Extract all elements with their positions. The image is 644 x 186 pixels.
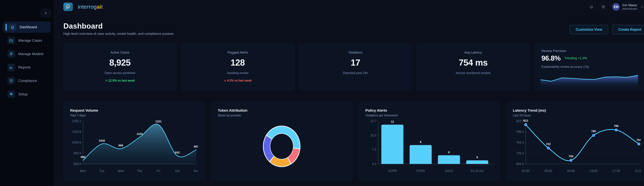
customize-view-button[interactable]: Customize View — [570, 25, 608, 34]
stat-card-active-cases: Active Cases 8,925 Open across portfolio… — [63, 43, 176, 90]
stat-label: Review Precision — [542, 49, 641, 53]
chart-subtitle: Violations per framework — [366, 114, 493, 117]
sidebar-item-manage-cases[interactable]: Manage Cases — [3, 35, 50, 46]
svg-text:05:00: 05:00 — [544, 169, 552, 172]
sidebar-item-compliance[interactable]: Compliance — [3, 75, 50, 86]
svg-text:Mon: Mon — [80, 169, 86, 172]
header-actions: EM Eric Maass Administrator — [587, 2, 644, 12]
stat-trend: Trending +1.4% — [564, 56, 587, 60]
notifications-button[interactable] — [587, 3, 596, 11]
shield-check-icon — [8, 77, 15, 84]
stat-value: 128 — [181, 57, 294, 67]
policy-alerts-card: Policy Alerts Violations per framework 1… — [358, 102, 500, 181]
token-attribution-card: Token Attribution Share by provider — [211, 102, 352, 181]
sidebar-collapse-button[interactable] — [41, 9, 51, 17]
page-title: Dashboard — [63, 22, 174, 30]
sidebar-item-dashboard[interactable]: Dashboard — [3, 22, 50, 33]
help-button[interactable] — [599, 3, 608, 11]
svg-text:932: 932 — [175, 151, 180, 154]
create-report-button[interactable]: Create Report — [612, 25, 644, 34]
chart-subtitle: Last 24 hours — [513, 114, 641, 117]
svg-text:6: 6 — [448, 151, 450, 154]
page-actions: Customize View Create Report — [570, 25, 644, 34]
chart-cards-row: Request Volume Past 7 days 1254.11156.91… — [63, 102, 644, 181]
sidebar: Dashboard Manage Cases Manage Models Rep… — [0, 0, 54, 186]
stat-value: 17 — [299, 57, 412, 67]
page-title-block: Dashboard High-level overview of case ac… — [63, 22, 174, 36]
request-volume-card: Request Volume Past 7 days 1254.11156.91… — [63, 102, 205, 181]
svg-text:780: 780 — [591, 130, 596, 133]
stat-label: Violations — [299, 51, 412, 54]
sidebar-item-reports[interactable]: Reports — [3, 62, 50, 73]
stat-trend: ↗ 12.5% vs last week — [64, 79, 176, 82]
svg-text:822.7: 822.7 — [516, 119, 524, 123]
stat-trend: ↘ 4.2% vs last week — [181, 79, 294, 82]
chart-title: Latency Trend (ms) — [513, 109, 641, 113]
user-role: Administrator — [622, 7, 637, 10]
user-menu[interactable]: EM Eric Maass Administrator — [611, 2, 644, 12]
request-volume-chart: 1254.11156.91056.9956.9856.9MonTueWedThu… — [70, 119, 198, 177]
svg-text:799.3: 799.3 — [516, 130, 524, 133]
svg-text:GDPR: GDPR — [388, 169, 397, 172]
svg-text:7.3: 7.3 — [372, 148, 376, 151]
sidebar-item-label: Manage Cases — [18, 39, 42, 43]
svg-text:Tue: Tue — [99, 169, 104, 172]
svg-text:1254.1: 1254.1 — [72, 119, 81, 123]
svg-text:01:00: 01:00 — [522, 169, 530, 172]
stat-value: 96.8% — [542, 54, 560, 62]
svg-text:17:00: 17:00 — [612, 169, 620, 172]
svg-text:856.9: 856.9 — [74, 162, 81, 166]
svg-text:890: 890 — [81, 155, 86, 159]
stat-subtext: Awaiting review — [181, 71, 294, 75]
svg-text:Thu: Thu — [137, 169, 142, 172]
gear-icon — [8, 90, 15, 98]
stat-card-violations: Violations 17 Detected past 24h — [299, 43, 412, 90]
home-icon — [9, 23, 16, 31]
chart-subtitle: Share by provider — [218, 114, 346, 117]
stat-subtext: Open across portfolios — [64, 71, 176, 75]
svg-text:742: 742 — [546, 142, 551, 146]
svg-text:796: 796 — [614, 124, 619, 128]
donut-wrap — [218, 117, 346, 175]
svg-text:1221: 1221 — [155, 120, 162, 123]
svg-text:Wed: Wed — [118, 169, 124, 172]
trend-up-icon: ↗ — [105, 79, 108, 82]
stat-subtext: Across monitored models — [417, 71, 530, 75]
app-logo[interactable]: ai — [63, 3, 73, 11]
stat-label: Flagged Alerts — [181, 51, 294, 54]
svg-text:754: 754 — [636, 138, 641, 142]
latency-trend-chart: 822.7799.3764.3729.3694.301:0005:0009:00… — [513, 119, 641, 177]
svg-text:10.3: 10.3 — [370, 134, 376, 137]
page-head: Dashboard High-level overview of case ac… — [63, 22, 644, 36]
stat-cards-row: Active Cases 8,925 Open across portfolio… — [63, 43, 644, 90]
stat-value: 754 ms — [417, 57, 530, 67]
sidebar-item-label: Compliance — [18, 79, 37, 83]
sidebar-item-label: Reports — [18, 65, 31, 69]
help-icon — [602, 5, 605, 9]
svg-text:729.3: 729.3 — [516, 152, 524, 155]
sidebar-item-setup[interactable]: Setup — [3, 89, 50, 100]
svg-text:812: 812 — [524, 119, 528, 122]
svg-text:13:00: 13:00 — [590, 169, 598, 172]
folder-icon — [8, 37, 15, 44]
svg-text:694.3: 694.3 — [516, 162, 524, 166]
svg-text:09:00: 09:00 — [567, 169, 575, 172]
trend-down-icon: ↘ — [224, 79, 226, 82]
svg-text:1056.9: 1056.9 — [72, 141, 81, 144]
sidebar-nav: Dashboard Manage Cases Manage Models Rep… — [3, 22, 50, 102]
sidebar-item-manage-models[interactable]: Manage Models — [3, 49, 50, 59]
line-chart-icon — [8, 64, 15, 71]
stat-value: 8,925 — [64, 57, 176, 67]
svg-text:998: 998 — [118, 144, 123, 147]
top-header: ai interrogait EM Eric Maass Administrat… — [54, 0, 644, 14]
sidebar-item-label: Manage Models — [18, 52, 44, 56]
chart-title: Token Attribution — [218, 109, 346, 113]
user-identity: Eric Maass Administrator — [622, 4, 637, 10]
svg-text:FCRA: FCRA — [416, 169, 425, 172]
svg-text:1156.9: 1156.9 — [72, 130, 81, 133]
svg-text:21:00: 21:00 — [635, 169, 641, 172]
dashboard-main: Dashboard High-level overview of case ac… — [54, 14, 644, 186]
svg-text:987: 987 — [194, 145, 198, 148]
magnifier-ai-icon: ai — [65, 4, 71, 10]
latency-trend-card: Latency Trend (ms) Last 24 hours 822.779… — [506, 102, 644, 181]
